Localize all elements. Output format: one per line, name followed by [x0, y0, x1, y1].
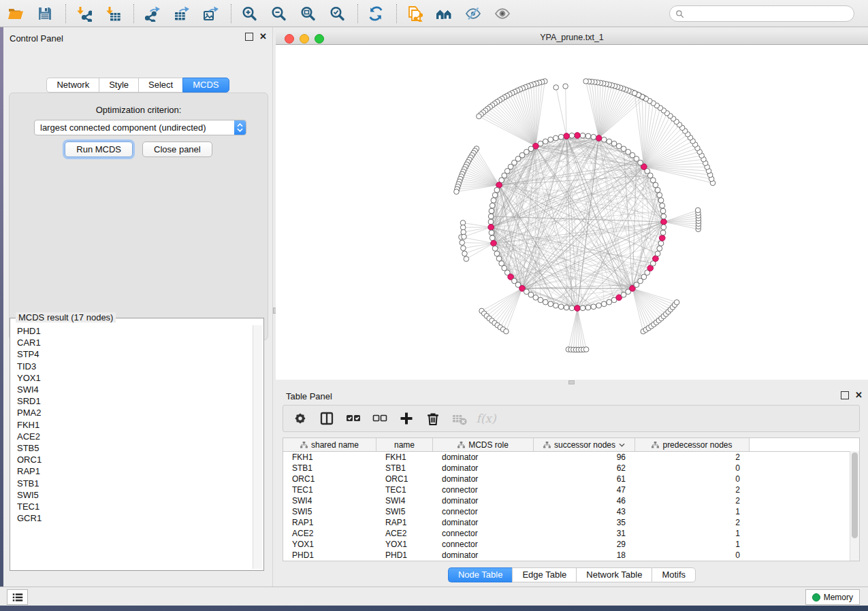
tab-network[interactable]: Network	[46, 78, 99, 93]
mcds-result-item[interactable]: ORC1	[12, 454, 252, 465]
close-panel-button[interactable]: Close panel	[142, 142, 212, 157]
close-panel-icon[interactable]: ✕	[259, 33, 267, 40]
table-row[interactable]: YOX1YOX1connector291	[283, 539, 859, 550]
import-table-icon[interactable]	[103, 3, 123, 24]
mcds-result-item[interactable]: PHD1	[12, 325, 252, 337]
mcds-result-item[interactable]: TID3	[12, 361, 252, 372]
mcds-result-item[interactable]: ACE2	[12, 431, 252, 442]
table-cell: FKH1	[283, 452, 376, 463]
memory-button[interactable]: Memory	[805, 589, 860, 605]
show-details-icon[interactable]	[492, 3, 513, 24]
mcds-result-item[interactable]: PMA2	[12, 407, 252, 418]
table-cell: 29	[534, 539, 635, 550]
table-scrollbar[interactable]	[850, 451, 859, 561]
mcds-result-item[interactable]: SRD1	[12, 395, 252, 407]
export-image-icon[interactable]	[200, 3, 221, 24]
mcds-result-item[interactable]: CAR1	[12, 337, 252, 348]
table-cell: 2	[635, 452, 750, 463]
table-cell: 2	[635, 517, 750, 528]
tab-edge-table[interactable]: Edge Table	[512, 567, 576, 582]
close-panel-icon[interactable]: ✕	[855, 392, 863, 399]
export-network-icon[interactable]	[142, 3, 162, 24]
criterion-dropdown[interactable]: largest connected component (undirected)	[34, 120, 246, 135]
column-header-predecessor-nodes[interactable]: predecessor nodes	[635, 438, 750, 451]
search-field[interactable]	[669, 5, 854, 22]
table-row[interactable]: STB1STB1dominator620	[283, 463, 859, 474]
mcds-result-item[interactable]: STB1	[12, 477, 252, 489]
table-row[interactable]: FKH1FKH1dominator962	[283, 452, 859, 463]
float-panel-icon[interactable]	[841, 391, 849, 399]
import-network-icon[interactable]	[74, 3, 94, 24]
zoom-in-icon[interactable]	[239, 3, 259, 24]
mcds-list-scrollbar[interactable]	[253, 325, 262, 569]
select-all-icon[interactable]	[344, 410, 362, 427]
table-cell: 46	[534, 495, 635, 506]
mcds-result-item[interactable]: SWI4	[12, 384, 252, 395]
mcds-result-item[interactable]: YOX1	[12, 372, 252, 384]
delete-column-icon[interactable]	[424, 410, 442, 427]
column-header-MCDS-role[interactable]: MCDS role	[433, 438, 534, 451]
table-cell: TEC1	[376, 484, 433, 495]
zoom-out-icon[interactable]	[268, 3, 289, 24]
tab-mcds[interactable]: MCDS	[182, 78, 229, 93]
tab-style[interactable]: Style	[99, 78, 138, 93]
export-table-icon[interactable]	[171, 3, 191, 24]
table-row[interactable]: ORC1ORC1dominator610	[283, 474, 859, 484]
tab-select[interactable]: Select	[138, 78, 182, 93]
node-table[interactable]: shared namename MCDS role successor node…	[283, 437, 860, 561]
mcds-result-item[interactable]: STB5	[12, 442, 252, 454]
deselect-all-icon[interactable]	[371, 410, 389, 427]
table-settings-icon[interactable]	[291, 410, 309, 427]
control-panel-tabs: NetworkStyleSelectMCDS	[3, 78, 272, 93]
save-session-icon[interactable]	[35, 3, 55, 24]
table-cell: 0	[635, 474, 750, 484]
table-row[interactable]: SWI5SWI5connector431	[283, 506, 859, 517]
run-mcds-button[interactable]: Run MCDS	[65, 142, 133, 157]
scrollbar-thumb[interactable]	[852, 452, 858, 538]
table-row[interactable]: RAP1RAP1dominator352	[283, 517, 859, 528]
tab-node-table[interactable]: Node Table	[448, 567, 513, 582]
mcds-result-item[interactable]: STP4	[12, 348, 252, 360]
table-header-row: shared namename MCDS role successor node…	[283, 438, 859, 452]
task-history-button[interactable]	[7, 589, 28, 605]
add-column-icon[interactable]	[398, 410, 415, 427]
zoom-fit-icon[interactable]	[298, 3, 318, 24]
splitter-handle[interactable]	[568, 380, 575, 384]
delete-table-icon[interactable]	[451, 410, 468, 427]
sort-desc-icon	[619, 443, 625, 447]
table-cell: TEC1	[283, 484, 376, 495]
column-type-icon	[300, 442, 308, 448]
hide-details-icon[interactable]	[463, 3, 483, 24]
function-builder-icon[interactable]: f(x)	[477, 410, 495, 427]
network-window-titlebar[interactable]: YPA_prune.txt_1	[276, 31, 868, 45]
mcds-result-list[interactable]: PHD1CAR1STP4TID3YOX1SWI4SRD1PMA2FKH1ACE2…	[12, 325, 252, 569]
table-row[interactable]: TEC1TEC1connector472	[283, 484, 859, 495]
home-networks-icon[interactable]	[434, 3, 454, 24]
refresh-layout-icon[interactable]	[366, 3, 386, 24]
toolbar-separator	[133, 4, 135, 23]
table-row[interactable]: SWI4SWI4dominator462	[283, 495, 859, 506]
table-row[interactable]: ACE2ACE2connector311	[283, 528, 859, 539]
mcds-result-item[interactable]: RAP1	[12, 465, 252, 477]
mcds-result-item[interactable]: SWI5	[12, 489, 252, 501]
list-icon	[12, 593, 23, 602]
open-file-icon[interactable]	[5, 3, 26, 24]
zoom-selected-icon[interactable]	[327, 3, 347, 24]
mcds-result-item[interactable]: FKH1	[12, 419, 252, 431]
horizontal-splitter[interactable]	[276, 380, 868, 386]
mcds-result-item[interactable]: GCR1	[12, 512, 252, 524]
search-input[interactable]	[688, 8, 854, 19]
table-cell: ACE2	[283, 528, 376, 539]
column-header-name[interactable]: name	[376, 438, 433, 451]
session-docs-icon[interactable]	[404, 3, 425, 24]
network-view[interactable]	[276, 45, 868, 380]
network-canvas[interactable]	[276, 45, 868, 380]
tab-network-table[interactable]: Network Table	[576, 567, 652, 582]
column-header-successor-nodes[interactable]: successor nodes	[534, 438, 635, 451]
table-row[interactable]: PHD1PHD1dominator180	[283, 550, 859, 561]
mcds-result-item[interactable]: TEC1	[12, 501, 252, 512]
column-layout-icon[interactable]	[318, 410, 336, 427]
tab-motifs[interactable]: Motifs	[652, 567, 696, 582]
column-header-shared-name[interactable]: shared name	[283, 438, 376, 451]
float-panel-icon[interactable]	[245, 33, 253, 41]
